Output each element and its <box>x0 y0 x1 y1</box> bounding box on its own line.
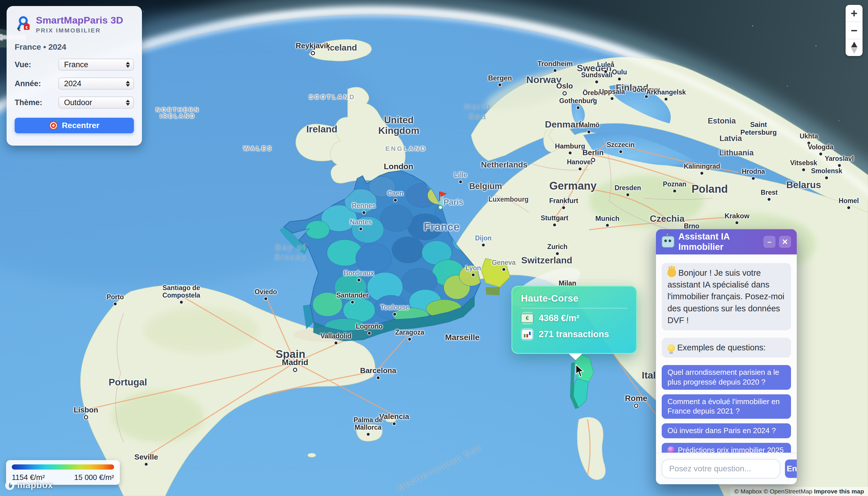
mapbox-logo[interactable]: mapbox <box>4 480 53 491</box>
bar-chart-icon <box>521 328 534 341</box>
banknote-icon <box>521 312 534 325</box>
tooltip-price: 4368 €/m² <box>539 313 579 323</box>
year-select-label: Année: <box>15 79 58 88</box>
robot-icon <box>662 236 674 248</box>
question-input[interactable] <box>662 459 780 479</box>
app-subtitle: PRIX IMMOBILIER <box>36 27 123 34</box>
chat-messages: Bonjour ! Je suis votre assistant IA spé… <box>656 254 797 453</box>
view-select-label: Vue: <box>15 60 58 69</box>
chat-header: Assistant IA Immobilier – ✕ <box>656 229 797 254</box>
suggestion-list: Quel arrondissement parisien a le plus p… <box>662 365 791 453</box>
recenter-label: Recentrer <box>62 121 100 130</box>
chat-title: Assistant IA Immobilier <box>679 232 760 252</box>
recenter-button[interactable]: Recentrer <box>15 118 134 133</box>
map-application: North SeaBay of BiscayMediterranean SeaS… <box>0 0 868 496</box>
examples-message: Exemples de questions: <box>662 338 791 358</box>
attrib-mapbox[interactable]: © Mapbox <box>734 488 764 495</box>
zoom-out-button[interactable]: − <box>846 21 863 39</box>
legend-max: 15 000 €/m² <box>74 473 114 482</box>
target-icon <box>49 121 58 130</box>
tooltip-pointer <box>568 354 582 360</box>
mapbox-wordmark: mapbox <box>17 480 53 491</box>
bulb-icon <box>668 344 675 352</box>
close-button[interactable]: ✕ <box>779 236 791 248</box>
tooltip-transactions: 271 transactions <box>539 329 609 340</box>
wave-icon <box>668 268 676 277</box>
year-select[interactable]: 2024 <box>58 78 134 90</box>
select-arrows-icon <box>126 81 130 87</box>
theme-select-label: Thème: <box>15 98 58 107</box>
tooltip-title: Haute-Corse <box>521 293 627 304</box>
zoom-out-label: − <box>851 24 857 37</box>
welcome-message: Bonjour ! Je suis votre assistant IA spé… <box>662 263 791 330</box>
mapbox-logo-icon <box>4 480 15 491</box>
map-nav-controls: + − <box>846 5 863 56</box>
control-panel: € € SmartMapParis 3D PRIX IMMOBILIER Fra… <box>6 6 142 145</box>
theme-select[interactable]: Outdoor <box>58 96 134 109</box>
svg-text:€: € <box>18 27 21 32</box>
theme-select-value: Outdoor <box>64 98 92 107</box>
mouse-cursor <box>576 364 585 377</box>
app-logo-icon: € € <box>15 16 31 33</box>
ai-assistant-panel: Assistant IA Immobilier – ✕ Bonjour ! Je… <box>656 229 797 484</box>
app-title: SmartMapParis 3D <box>36 15 123 26</box>
zoom-in-label: + <box>851 7 857 20</box>
select-arrows-icon <box>126 62 130 68</box>
suggestion-button[interactable]: Quel arrondissement parisien a le plus p… <box>662 365 791 390</box>
attrib-improve-link[interactable]: Improve this map <box>814 488 864 495</box>
zoom-in-button[interactable]: + <box>846 5 863 21</box>
attrib-osm[interactable]: © OpenStreetMap <box>764 488 814 495</box>
legend-gradient-bar <box>12 464 114 469</box>
svg-text:€: € <box>26 25 28 30</box>
select-arrows-icon <box>126 100 130 106</box>
year-select-value: 2024 <box>64 79 81 88</box>
map-attribution: © Mapbox © OpenStreetMap Improve this ma… <box>730 487 868 496</box>
crystal-ball-icon <box>668 446 675 453</box>
send-button[interactable]: Envoyer <box>785 460 797 478</box>
tooltip-divider <box>521 308 627 308</box>
department-tooltip: Haute-Corse 4368 €/m² 271 transactions <box>512 286 637 354</box>
view-select[interactable]: France <box>58 59 134 71</box>
suggestion-button[interactable]: Comment a évolué l'immobilier en France … <box>662 394 791 419</box>
chat-input-bar: Envoyer <box>656 453 797 484</box>
suggestion-button[interactable]: Prédictions prix immobilier 2025 Paris <box>662 443 791 453</box>
compass-button[interactable] <box>846 39 863 56</box>
view-select-value: France <box>64 60 88 69</box>
minimize-button[interactable]: – <box>763 236 776 248</box>
context-label: France • 2024 <box>15 43 134 52</box>
suggestion-button[interactable]: Où investir dans Paris en 2024 ? <box>662 423 791 438</box>
compass-icon <box>851 42 857 54</box>
